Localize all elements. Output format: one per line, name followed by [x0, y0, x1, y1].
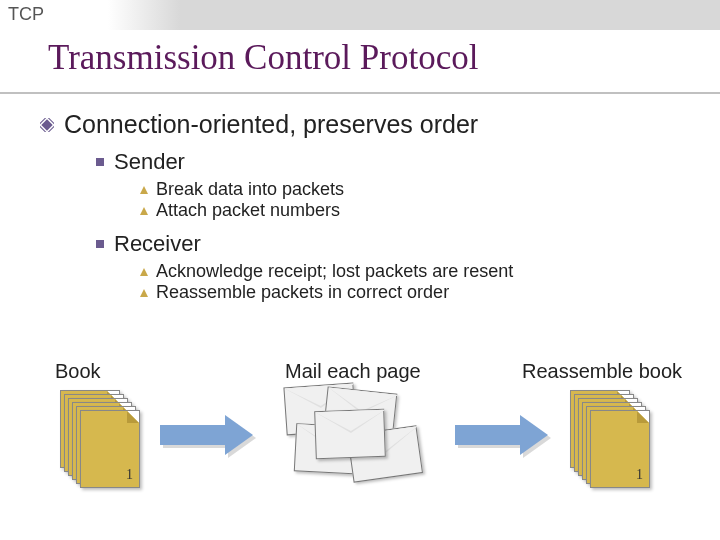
page-icon: 1 [80, 410, 140, 488]
bullet-receiver: Receiver [96, 231, 700, 257]
corner-label: TCP [8, 4, 44, 25]
bullet-main-text: Connection-oriented, preserves order [64, 110, 478, 139]
square-icon [96, 158, 104, 166]
receiver-item-0-text: Acknowledge receipt; lost packets are re… [156, 261, 513, 282]
receiver-item-1: Reassemble packets in correct order [140, 282, 700, 303]
envelope-stack [285, 385, 445, 495]
diagram: Book Mail each page Reassemble book 1 1 [0, 380, 720, 530]
page-number: 1 [636, 467, 643, 483]
page-icon: 1 [590, 410, 650, 488]
receiver-item-1-text: Reassemble packets in correct order [156, 282, 449, 303]
book-stack-right: 1 [570, 390, 650, 490]
title-rule [0, 92, 720, 94]
bullet-sender: Sender [96, 149, 700, 175]
triangle-icon [140, 268, 148, 276]
label-mail: Mail each page [285, 360, 421, 383]
sender-item-0: Break data into packets [140, 179, 700, 200]
bullet-main: Connection-oriented, preserves order [40, 110, 700, 139]
book-stack-left: 1 [60, 390, 140, 490]
receiver-item-0: Acknowledge receipt; lost packets are re… [140, 261, 700, 282]
label-reassemble: Reassemble book [522, 360, 682, 383]
arrow-icon [160, 415, 260, 455]
triangle-icon [140, 186, 148, 194]
header-bar [0, 0, 720, 30]
slide-title: Transmission Control Protocol [48, 38, 478, 78]
content-area: Connection-oriented, preserves order Sen… [40, 110, 700, 303]
arrow-icon [455, 415, 555, 455]
receiver-label: Receiver [114, 231, 201, 257]
triangle-icon [140, 207, 148, 215]
diamond-icon [40, 118, 54, 132]
sender-label: Sender [114, 149, 185, 175]
sender-item-1: Attach packet numbers [140, 200, 700, 221]
square-icon [96, 240, 104, 248]
page-number: 1 [126, 467, 133, 483]
envelope-icon [314, 409, 386, 459]
triangle-icon [140, 289, 148, 297]
sender-item-0-text: Break data into packets [156, 179, 344, 200]
label-book: Book [55, 360, 101, 383]
sender-item-1-text: Attach packet numbers [156, 200, 340, 221]
